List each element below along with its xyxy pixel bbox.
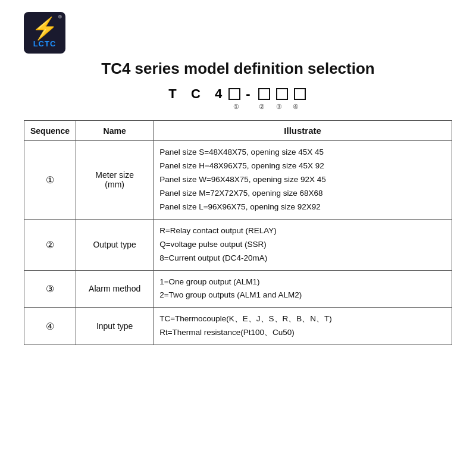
seq-4: ④: [24, 308, 76, 345]
illust-2: R=Relay contact output (RELAY) Q=voltage…: [154, 219, 452, 270]
position-3-box: [276, 88, 288, 100]
header-name: Name: [76, 121, 154, 141]
table-row: ② Output type R=Relay contact output (RE…: [24, 219, 452, 270]
name-2: Output type: [76, 219, 154, 270]
illust-3: 1=One group output (ALM1) 2=Two group ou…: [154, 270, 452, 308]
table-row: ④ Input type TC=Thermocouple(K、E、J、S、R、B…: [24, 308, 452, 345]
page-title: TC4 series model definition selection: [101, 60, 374, 78]
table-header-row: Sequence Name Illustrate: [24, 121, 452, 141]
num-1: ①: [226, 103, 247, 111]
num-4: ④: [287, 103, 304, 111]
model-number-labels: ① ② ③ ④: [172, 103, 304, 111]
logo-text: LCTC: [33, 39, 57, 48]
name-3: Alarm method: [76, 270, 154, 308]
definition-table: Sequence Name Illustrate ① Meter size(mm…: [24, 120, 452, 345]
position-1-box: [228, 88, 240, 100]
num-2: ②: [253, 103, 271, 111]
page-header: ® ⚡ LCTC TC4 series model definition sel…: [24, 12, 452, 111]
seq-3: ③: [24, 270, 76, 308]
model-prefix: T C 4: [168, 86, 224, 102]
seq-1: ①: [24, 141, 76, 220]
illust-1: Panel size S=48X48X75, opening size 45X …: [154, 141, 452, 220]
table-row: ③ Alarm method 1=One group output (ALM1)…: [24, 270, 452, 308]
header-illustrate: Illustrate: [154, 121, 452, 141]
header-sequence: Sequence: [24, 121, 76, 141]
registered-mark: ®: [58, 14, 62, 20]
model-code-wrapper: T C 4 - ① ② ③ ④: [168, 86, 307, 111]
name-4: Input type: [76, 308, 154, 345]
num-3: ③: [271, 103, 287, 111]
dash: -: [246, 86, 252, 102]
logo-container: ® ⚡ LCTC: [24, 12, 65, 54]
logo-box: ® ⚡ LCTC: [24, 12, 65, 54]
seq-2: ②: [24, 219, 76, 270]
model-code: T C 4 -: [168, 86, 307, 102]
illust-4: TC=Thermocouple(K、E、J、S、R、B、N、T) Rt=Ther…: [154, 308, 452, 345]
table-row: ① Meter size(mm) Panel size S=48X48X75, …: [24, 141, 452, 220]
position-2-box: [258, 88, 270, 100]
name-1: Meter size(mm): [76, 141, 154, 220]
position-4-box: [294, 88, 306, 100]
bolt-icon: ⚡: [32, 18, 58, 39]
